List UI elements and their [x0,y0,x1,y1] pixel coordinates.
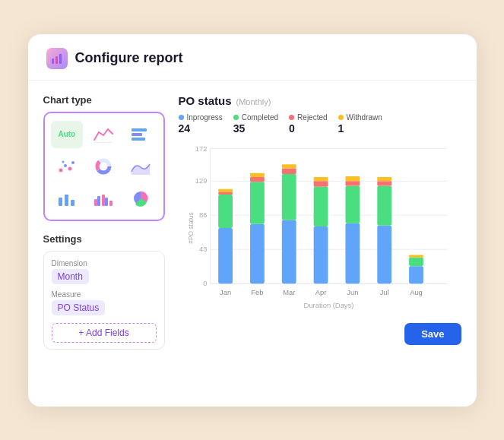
svg-text:172: 172 [195,144,207,152]
bar-jul-completed [377,185,391,225]
inprogress-count: 24 [179,122,191,135]
bar-aug-withdrawn [409,255,423,257]
svg-text:43: 43 [199,245,207,253]
svg-rect-1 [55,56,58,64]
rejected-count: 0 [289,122,295,135]
completed-dot [233,115,239,120]
dimension-value[interactable]: Month [52,269,89,284]
svg-rect-15 [65,195,68,206]
svg-text:86: 86 [199,211,207,219]
chart-type-auto[interactable]: Auto [51,121,84,148]
svg-text:Mar: Mar [283,287,295,296]
legend-withdrawn: Withdrawn 1 [338,113,382,135]
bar-jan-inprogress [218,228,233,283]
bar-jul-withdrawn [377,177,391,181]
svg-rect-2 [59,54,62,64]
svg-rect-16 [71,200,74,206]
modal-title: Configure report [75,50,183,66]
svg-rect-0 [52,59,54,64]
bar-feb-withdrawn [250,173,265,176]
header-icon [46,48,68,69]
modal-body: Chart type Auto [28,81,477,363]
save-button[interactable]: Save [404,323,461,345]
chart-type-bar-multi[interactable] [87,185,120,212]
withdrawn-count: 1 [338,122,344,135]
bar-apr-inprogress [313,226,328,283]
svg-point-9 [71,161,74,164]
legend-inprogress: Inprogress 24 [179,113,223,135]
svg-rect-18 [97,196,100,206]
bar-jun-withdrawn [345,176,360,181]
bar-apr-rejected [313,181,328,186]
svg-rect-21 [109,201,113,206]
rejected-dot [289,115,294,120]
measure-label: Measure [52,290,157,299]
chart-type-label: Chart type [43,94,165,106]
configure-report-modal: Configure report Chart type Auto [28,34,477,407]
svg-text:Jul: Jul [379,287,388,296]
settings-label: Settings [43,233,165,245]
chart-type-pie[interactable] [125,185,157,212]
measure-value[interactable]: PO Status [52,300,106,315]
svg-text:Apr: Apr [315,287,326,296]
bar-chart-area: 0 43 86 129 172 #PO status Jan [179,141,461,315]
bar-apr-withdrawn [313,177,328,181]
rejected-label: Rejected [297,113,327,122]
svg-rect-14 [59,198,62,206]
svg-text:129: 129 [195,176,207,185]
right-panel: PO status (Monthly) Inprogress 24 Comple… [179,94,461,350]
completed-count: 35 [233,122,246,135]
chart-type-scatter[interactable] [51,153,84,180]
svg-rect-5 [132,138,145,141]
bar-mar-rejected [281,168,296,173]
svg-text:Jun: Jun [347,287,358,296]
settings-section: Settings Dimension Month Measure PO Stat… [43,233,165,350]
auto-label: Auto [58,130,75,138]
svg-rect-17 [94,199,97,206]
svg-text:Aug: Aug [410,287,423,296]
bar-jan-rejected [218,192,233,194]
bar-jun-completed [345,185,360,223]
svg-text:0: 0 [203,279,207,287]
bar-chart-svg: 0 43 86 129 172 #PO status Jan [179,141,461,315]
add-fields-button[interactable]: + Add Fields [52,323,157,343]
chart-type-donut[interactable] [87,153,120,180]
dimension-label: Dimension [52,259,157,267]
legend-completed: Completed 35 [233,113,278,135]
chart-title-text: PO status [179,94,232,107]
modal-header: Configure report [28,34,477,81]
chart-type-bar-horiz[interactable] [125,121,157,148]
bar-aug-completed [409,257,423,266]
inprogress-label: Inprogress [187,113,223,122]
inprogress-dot [179,115,184,120]
bar-apr-completed [313,186,328,226]
svg-text:#PO status: #PO status [186,212,194,243]
bottom-row: Save [179,323,461,345]
bar-feb-rejected [250,177,265,182]
svg-text:Feb: Feb [251,287,263,296]
bar-mar-completed [281,173,296,220]
bar-jan-withdrawn [218,188,233,192]
chart-subtitle: (Monthly) [236,97,271,106]
bar-feb-completed [250,182,265,223]
chart-type-bar-vert[interactable] [51,185,84,212]
left-panel: Chart type Auto [43,94,165,350]
svg-rect-19 [102,195,105,206]
svg-rect-3 [132,128,147,131]
bar-jun-inprogress [345,223,360,283]
chart-type-wave[interactable] [125,153,157,180]
chart-type-section: Chart type Auto [43,94,165,221]
svg-point-8 [68,166,71,170]
svg-point-10 [62,160,64,163]
bar-jun-rejected [345,181,360,185]
bar-mar-withdrawn [281,164,296,168]
chart-type-grid: Auto [43,112,165,221]
bar-feb-inprogress [250,223,265,283]
bar-jul-inprogress [377,225,391,283]
svg-text:Jan: Jan [220,287,231,296]
completed-label: Completed [242,113,278,122]
settings-box: Dimension Month Measure PO Status + Add … [43,251,165,350]
legend-row: Inprogress 24 Completed 35 Rejected [179,113,461,135]
chart-type-line[interactable] [87,121,120,148]
bar-jul-rejected [377,181,391,185]
